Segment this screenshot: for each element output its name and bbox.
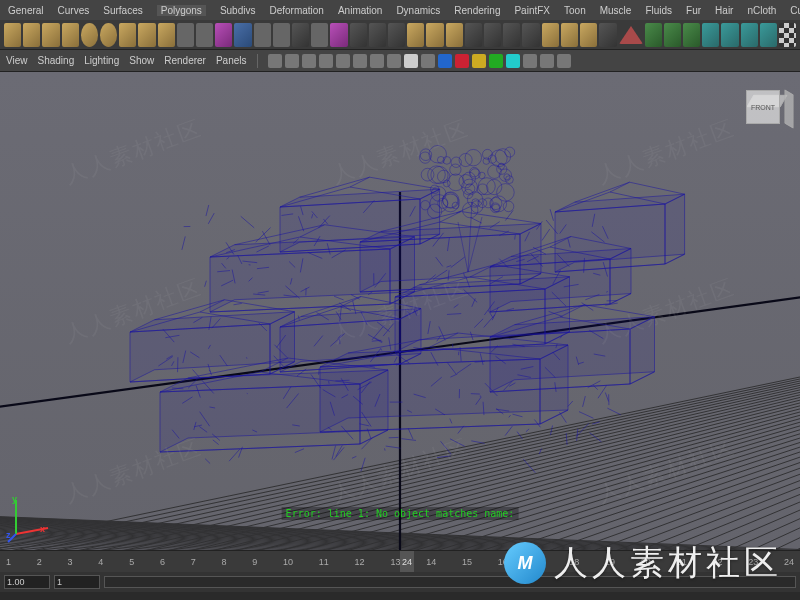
timeline-tick: 8: [221, 557, 226, 567]
range-slider: [0, 572, 800, 592]
menu-custom[interactable]: Custom: [790, 5, 800, 16]
menu-curves[interactable]: Curves: [58, 5, 90, 16]
light-icon[interactable]: [455, 54, 469, 68]
camera-icon[interactable]: [268, 54, 282, 68]
panel-lighting[interactable]: Lighting: [84, 55, 119, 66]
panel-panels[interactable]: Panels: [216, 55, 247, 66]
shelf-tool-38[interactable]: [741, 23, 758, 47]
shelf-tool-19[interactable]: [369, 23, 386, 47]
menu-muscle[interactable]: Muscle: [600, 5, 632, 16]
shelf-tool-7[interactable]: [138, 23, 155, 47]
shelf-tool-12[interactable]: [234, 23, 251, 47]
menu-dynamics[interactable]: Dynamics: [396, 5, 440, 16]
range-start-field[interactable]: [4, 575, 50, 589]
shelf-tool-35[interactable]: [683, 23, 700, 47]
panel-shading[interactable]: Shading: [38, 55, 75, 66]
shelf-tool-5[interactable]: [100, 23, 117, 47]
viewport-icon[interactable]: [540, 54, 554, 68]
shelf-tool-32[interactable]: [619, 26, 643, 44]
shelf-tool-23[interactable]: [446, 23, 463, 47]
menu-surfaces[interactable]: Surfaces: [103, 5, 142, 16]
shelf-tool-17[interactable]: [330, 23, 347, 47]
shelf-tool-34[interactable]: [664, 23, 681, 47]
menu-deformation[interactable]: Deformation: [269, 5, 323, 16]
film-gate-icon[interactable]: [353, 54, 367, 68]
menu-paintfx[interactable]: PaintFX: [514, 5, 550, 16]
smooth-shade-icon[interactable]: [421, 54, 435, 68]
shelf-tool-4[interactable]: [81, 23, 98, 47]
isolate-icon[interactable]: [523, 54, 537, 68]
panel-view[interactable]: View: [6, 55, 28, 66]
separator: [257, 54, 258, 68]
shelf-tool-21[interactable]: [407, 23, 424, 47]
playback-start-field[interactable]: [54, 575, 100, 589]
panel-renderer[interactable]: Renderer: [164, 55, 206, 66]
timeline-tick: 24: [784, 557, 794, 567]
shelf-tool-3[interactable]: [62, 23, 79, 47]
bookmark-icon[interactable]: [302, 54, 316, 68]
script-status-text: Error: line 1: No object matches name:: [282, 507, 519, 520]
menu-hair[interactable]: Hair: [715, 5, 733, 16]
menu-subdivs[interactable]: Subdivs: [220, 5, 256, 16]
shelf-tool-2[interactable]: [42, 23, 59, 47]
shadow-icon[interactable]: [472, 54, 486, 68]
select-icon[interactable]: [285, 54, 299, 68]
shelf-tool-9[interactable]: [177, 23, 194, 47]
high-quality-icon[interactable]: [489, 54, 503, 68]
shelf-tool-28[interactable]: [542, 23, 559, 47]
shelf-tool-10[interactable]: [196, 23, 213, 47]
menu-rendering[interactable]: Rendering: [454, 5, 500, 16]
shelf-tool-33[interactable]: [645, 23, 662, 47]
shelf-tool-8[interactable]: [158, 23, 175, 47]
shelf-tool-14[interactable]: [273, 23, 290, 47]
shelf-tool-22[interactable]: [426, 23, 443, 47]
menu-general[interactable]: General: [8, 5, 44, 16]
current-time-marker[interactable]: 24: [400, 551, 414, 572]
menu-fluids[interactable]: Fluids: [645, 5, 672, 16]
view-cube-front[interactable]: FRONT: [746, 90, 780, 124]
renderer-icon[interactable]: [557, 54, 571, 68]
timeline-tick: 11: [319, 557, 329, 567]
time-slider[interactable]: 123456789101112131415161718192021222324 …: [0, 550, 800, 572]
menu-animation[interactable]: Animation: [338, 5, 382, 16]
shelf-tool-29[interactable]: [561, 23, 578, 47]
shelf-tool-40[interactable]: [779, 23, 796, 47]
menu-ncloth[interactable]: nCloth: [747, 5, 776, 16]
shelf-tool-31[interactable]: [599, 23, 616, 47]
shelf-tool-27[interactable]: [522, 23, 539, 47]
view-cube[interactable]: FRONT: [742, 82, 786, 126]
shelf-tool-13[interactable]: [254, 23, 271, 47]
timeline-tick: 22: [712, 557, 722, 567]
shelf-tool-16[interactable]: [311, 23, 328, 47]
shelf-tool-0[interactable]: [4, 23, 21, 47]
wireframe-icon[interactable]: [404, 54, 418, 68]
menu-polygons[interactable]: Polygons: [157, 5, 206, 16]
shelf-tool-36[interactable]: [702, 23, 719, 47]
menu-toon[interactable]: Toon: [564, 5, 586, 16]
shelf-tool-6[interactable]: [119, 23, 136, 47]
gate-mask-icon[interactable]: [387, 54, 401, 68]
shelf-tool-24[interactable]: [465, 23, 482, 47]
shelf-tool-26[interactable]: [503, 23, 520, 47]
main-menu-bar: General Curves Surfaces Polygons Subdivs…: [0, 0, 800, 20]
menu-fur[interactable]: Fur: [686, 5, 701, 16]
textured-icon[interactable]: [438, 54, 452, 68]
command-line[interactable]: [0, 592, 800, 600]
shelf-tool-20[interactable]: [388, 23, 405, 47]
grid-icon[interactable]: [336, 54, 350, 68]
image-plane-icon[interactable]: [319, 54, 333, 68]
range-track[interactable]: [104, 576, 796, 588]
shelf-tool-11[interactable]: [215, 23, 232, 47]
shelf-tool-39[interactable]: [760, 23, 777, 47]
shelf-tool-25[interactable]: [484, 23, 501, 47]
shelf-tool-1[interactable]: [23, 23, 40, 47]
shelf-tool-15[interactable]: [292, 23, 309, 47]
panel-show[interactable]: Show: [129, 55, 154, 66]
shelf-tool-37[interactable]: [721, 23, 738, 47]
xray-icon[interactable]: [506, 54, 520, 68]
perspective-viewport[interactable]: FRONT x y z Error: line 1: No object mat…: [0, 72, 800, 550]
resolution-gate-icon[interactable]: [370, 54, 384, 68]
shelf-tool-18[interactable]: [350, 23, 367, 47]
view-cube-side[interactable]: [785, 90, 794, 129]
shelf-tool-30[interactable]: [580, 23, 597, 47]
